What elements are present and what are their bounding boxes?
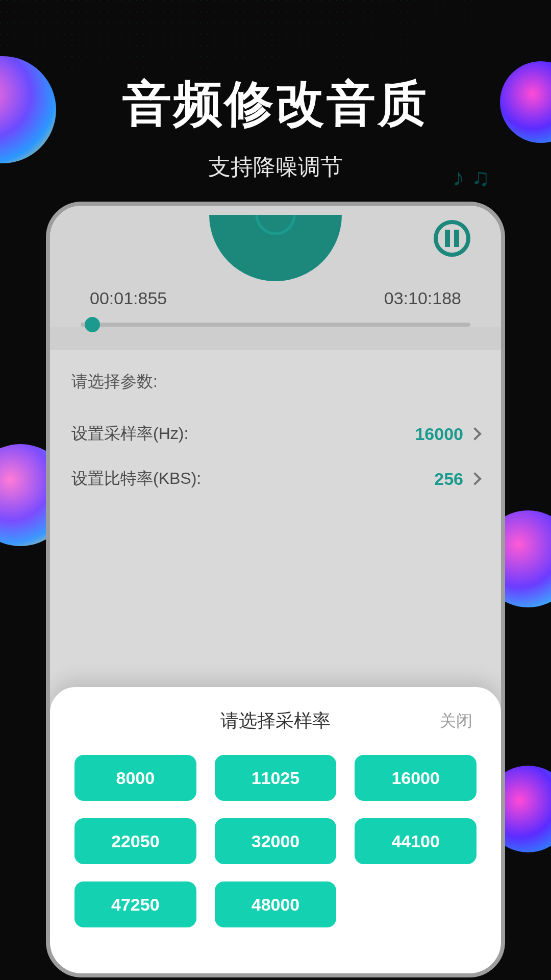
options-grid: 8000 11025 16000 22050 32000 44100 47250…: [74, 755, 477, 927]
sample-rate-label: 设置采样率(Hz):: [71, 423, 188, 445]
vinyl-icon: [209, 215, 342, 281]
sample-rate-option[interactable]: 22050: [74, 818, 196, 864]
progress-slider[interactable]: [81, 323, 470, 327]
bitrate-row[interactable]: 设置比特率(KBS): 256: [71, 456, 480, 501]
sample-rate-option[interactable]: 47250: [74, 881, 196, 927]
sample-rate-option[interactable]: 16000: [355, 755, 477, 801]
slider-thumb[interactable]: [85, 317, 100, 332]
sample-rate-option[interactable]: 11025: [215, 755, 337, 801]
bitrate-value: 256: [434, 469, 463, 489]
sample-rate-sheet: 请选择采样率 关闭 8000 11025 16000 22050 32000 4…: [50, 687, 501, 973]
bitrate-label: 设置比特率(KBS):: [71, 468, 201, 490]
player-area: 00:01:855 03:10:188: [50, 206, 501, 327]
params-title: 请选择参数:: [71, 371, 480, 393]
chevron-right-icon: [468, 472, 481, 485]
page-title: 音频修改音质: [0, 71, 551, 138]
sample-rate-option[interactable]: 48000: [215, 881, 337, 927]
total-time: 03:10:188: [384, 288, 461, 308]
sheet-title: 请选择采样率: [220, 708, 331, 733]
pause-button[interactable]: [434, 220, 470, 257]
hero: 音频修改音质 支持降噪调节: [0, 0, 551, 182]
sample-rate-row[interactable]: 设置采样率(Hz): 16000: [71, 411, 480, 456]
pause-icon: [454, 230, 459, 247]
phone-mock: 00:01:855 03:10:188 请选择参数: 设置采样率(Hz): 16…: [46, 202, 505, 977]
close-button[interactable]: 关闭: [440, 710, 472, 732]
sample-rate-option[interactable]: 8000: [74, 755, 196, 801]
page-subtitle: 支持降噪调节: [0, 152, 551, 182]
sample-rate-option[interactable]: 44100: [355, 818, 477, 864]
chevron-right-icon: [468, 427, 481, 440]
sample-rate-option[interactable]: 32000: [215, 818, 337, 864]
sample-rate-value: 16000: [415, 424, 463, 444]
current-time: 00:01:855: [90, 288, 167, 308]
pause-icon: [445, 230, 450, 247]
